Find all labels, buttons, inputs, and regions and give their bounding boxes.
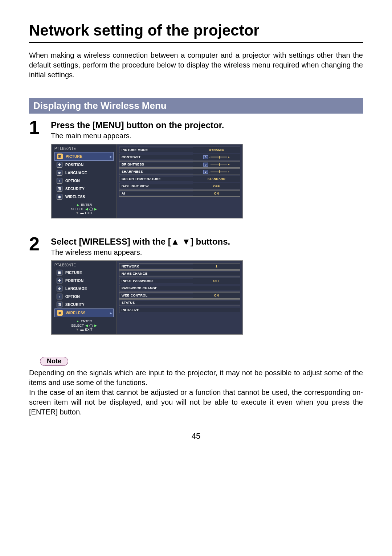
osd-row: COLOR TEMPERATURESTANDARD <box>119 176 240 182</box>
enter-label: ENTER <box>81 203 92 207</box>
enter-label: ENTER <box>81 319 92 324</box>
row-value: ON <box>193 191 240 196</box>
picture-icon: ▣ <box>57 154 63 159</box>
step-1-title: Press the [MENU] button on the projector… <box>51 120 363 130</box>
security-icon: ⚿ <box>57 302 62 307</box>
osd-left-security: ⚿ SECURITY <box>54 185 114 193</box>
osd-row: NETWORK1 <box>119 263 240 270</box>
row-value: 0-+ <box>193 154 240 160</box>
row-value: 1 <box>193 263 240 269</box>
row-label: NETWORK <box>119 265 193 268</box>
section-heading: Displaying the Wireless Menu <box>29 98 363 114</box>
intro-paragraph: When making a wireless connection betwee… <box>29 50 363 80</box>
osd-row: INITIALIZE <box>119 307 240 313</box>
page-number: 45 <box>29 432 363 441</box>
osd-row: WEB CONTROLON <box>119 292 240 299</box>
osd-row: BRIGHTNESS0-+ <box>119 161 240 168</box>
language-icon: ⊕ <box>57 170 62 176</box>
osd-left-picture: ▣ PICTURE <box>54 269 114 277</box>
row-value: STANDARD <box>193 176 240 182</box>
osd-left-security: ⚿ SECURITY <box>54 301 114 308</box>
note-text-2: In the case of an item that cannot be ad… <box>29 388 363 417</box>
wireless-icon: ◉ <box>57 194 62 200</box>
row-label: BRIGHTNESS <box>119 163 193 166</box>
osd-row: STATUS <box>119 299 240 306</box>
step-2: 2 Select [WIRELESS] with the [▲ ▼] butto… <box>29 237 363 335</box>
osd-item-label: SECURITY <box>65 303 85 307</box>
osd-left-position: ✥ POSITION <box>54 277 114 285</box>
step-2-title: Select [WIRELESS] with the [▲ ▼] buttons… <box>51 237 363 247</box>
osd-row: AION <box>119 190 240 197</box>
osd-item-label: LANGUAGE <box>65 287 87 291</box>
osd-item-label: PICTURE <box>66 155 82 159</box>
osd-item-label: WIRELESS <box>65 195 85 199</box>
osd-left-position: ✥ POSITION <box>54 161 114 169</box>
option-icon: ♪ <box>57 178 62 184</box>
osd-item-label: WIRELESS <box>66 311 86 315</box>
osd-row: INPUT PASSWORDOFF <box>119 278 240 284</box>
osd-right-panel: PICTURE MODEDYNAMIC CONTRAST0-+ BRIGHTNE… <box>117 144 242 218</box>
row-label: AI <box>119 192 193 195</box>
row-value: OFF <box>193 278 240 284</box>
step-1: 1 Press the [MENU] button on the project… <box>29 120 363 218</box>
row-label: WEB CONTROL <box>119 294 193 297</box>
row-label: NAME CHANGE <box>119 272 240 275</box>
step-number: 2 <box>29 234 51 253</box>
osd-left-option: ♪ OPTION <box>54 177 114 185</box>
note-text-1: Depending on the signals which are input… <box>29 368 363 388</box>
row-label: INPUT PASSWORD <box>119 279 193 283</box>
exit-label: EXIT <box>85 211 92 216</box>
osd-row: PICTURE MODEDYNAMIC <box>119 147 240 153</box>
row-label: PASSWORD CHANGE <box>119 286 240 290</box>
osd-model: PT-LB50NTE <box>53 146 115 152</box>
row-label: INITIALIZE <box>119 308 240 312</box>
note-badge: Note <box>40 357 68 366</box>
row-label: STATUS <box>119 301 240 304</box>
row-value: DYNAMIC <box>193 147 240 153</box>
osd-row: PASSWORD CHANGE <box>119 285 240 291</box>
security-icon: ⚿ <box>57 186 62 192</box>
wireless-icon: ◉ <box>57 310 63 316</box>
osd-item-label: LANGUAGE <box>65 171 87 175</box>
osd-model: PT-LB50NTE <box>53 262 115 269</box>
osd-left-wireless: ◉ WIRELESS <box>54 308 114 317</box>
picture-icon: ▣ <box>57 270 62 275</box>
row-label: PICTURE MODE <box>119 148 193 152</box>
osd-row: NAME CHANGE <box>119 270 240 277</box>
osd-right-panel: NETWORK1 NAME CHANGE INPUT PASSWORDOFF P… <box>117 261 242 334</box>
row-label: DAYLIGHT VIEW <box>119 184 193 188</box>
row-value: OFF <box>193 183 240 189</box>
osd-item-label: OPTION <box>65 179 80 183</box>
osd-screenshot-1: PT-LB50NTE ▣ PICTURE ✥ POSITION ⊕ LANGUA… <box>51 144 243 218</box>
osd-row: DAYLIGHT VIEWOFF <box>119 183 240 189</box>
osd-item-label: OPTION <box>65 295 80 299</box>
option-icon: ♪ <box>57 294 62 299</box>
osd-item-label: SECURITY <box>65 187 85 191</box>
osd-item-label: POSITION <box>65 163 83 167</box>
osd-left-language: ⊕ LANGUAGE <box>54 285 114 293</box>
osd-controls: ▲ENTER SELECT ◀◯▶ ▼ ▬ EXIT <box>53 319 115 334</box>
row-label: CONTRAST <box>119 155 193 159</box>
language-icon: ⊕ <box>57 286 62 291</box>
step-number: 1 <box>29 118 51 137</box>
select-label: SELECT <box>71 207 84 212</box>
osd-left-language: ⊕ LANGUAGE <box>54 169 114 177</box>
exit-label: EXIT <box>85 328 92 332</box>
page-title: Network setting of the projector <box>29 22 363 43</box>
row-value: 0-+ <box>193 169 240 175</box>
osd-item-label: POSITION <box>65 279 83 283</box>
osd-controls: ▲ENTER SELECT ◀◯▶ ▼ ▬ EXIT <box>53 203 115 217</box>
osd-left-option: ♪ OPTION <box>54 293 114 301</box>
row-label: SHARPNESS <box>119 170 193 173</box>
row-value: 0-+ <box>193 162 240 167</box>
position-icon: ✥ <box>57 162 62 168</box>
osd-left-picture: ▣ PICTURE <box>54 152 114 161</box>
step-1-desc: The main menu appears. <box>51 132 363 140</box>
osd-screenshot-2: PT-LB50NTE ▣ PICTURE ✥ POSITION ⊕ LANGUA… <box>51 260 243 335</box>
row-label: COLOR TEMPERATURE <box>119 177 193 181</box>
position-icon: ✥ <box>57 278 62 283</box>
row-value: ON <box>193 293 240 298</box>
step-2-desc: The wireless menu appears. <box>51 248 363 257</box>
osd-left-wireless: ◉ WIRELESS <box>54 193 114 201</box>
osd-row: SHARPNESS0-+ <box>119 168 240 175</box>
